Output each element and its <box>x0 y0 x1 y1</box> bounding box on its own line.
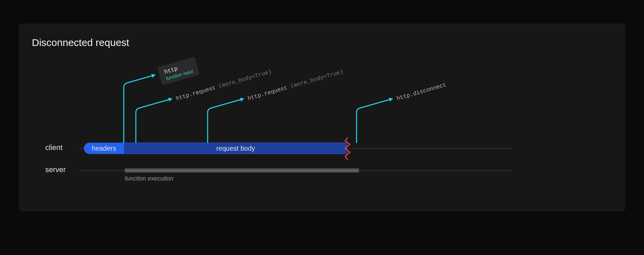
request-2-detail: (more_body=True) <box>290 68 344 90</box>
arrow-disconnect <box>355 92 399 144</box>
disconnect-break-icon <box>344 137 352 161</box>
disconnect-label: http.disconnect <box>396 82 447 102</box>
request-body-segment: request body <box>124 143 347 154</box>
diagram-panel: Disconnected request client headers requ… <box>18 23 626 211</box>
function-execution-label: function execution <box>125 175 173 182</box>
arrow-request-1 <box>135 92 178 144</box>
disconnect-name: http.disconnect <box>396 82 447 102</box>
headers-segment: headers <box>84 143 124 154</box>
server-row-label: server <box>45 165 66 174</box>
client-row-label: client <box>45 143 62 152</box>
request-body-label: request body <box>216 145 255 152</box>
function-execution-bar <box>125 168 359 172</box>
request-2-name: http.request <box>247 85 288 102</box>
http-input-box: http function input <box>157 57 200 85</box>
request-1-detail: (more_body=True) <box>218 68 272 90</box>
arrow-request-2 <box>206 92 250 144</box>
diagram-stage: client headers request body server funct… <box>32 37 612 205</box>
headers-label: headers <box>92 145 116 152</box>
